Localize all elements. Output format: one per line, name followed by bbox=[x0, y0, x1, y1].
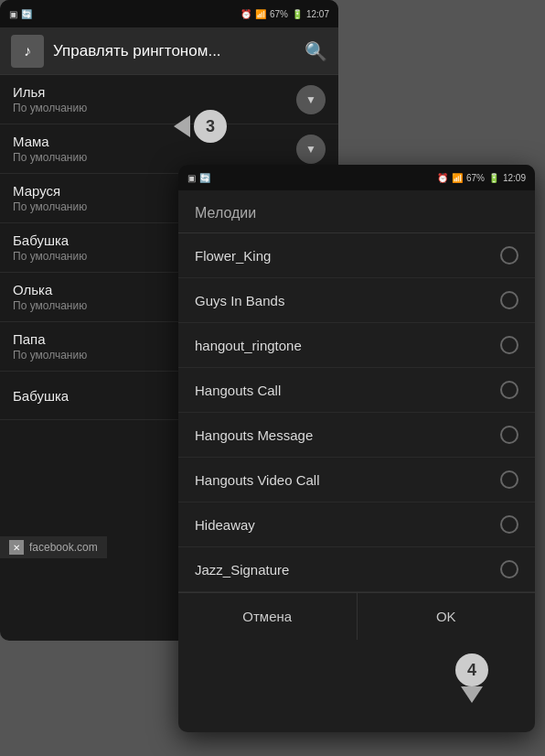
wifi-icon: 📶 bbox=[255, 9, 266, 19]
contact-name-ilya: Илья bbox=[13, 84, 87, 100]
contact-name-mama: Мама bbox=[13, 134, 87, 149]
melody-name-hangouts-message: Hangouts Message bbox=[195, 427, 313, 443]
arrow-left-icon bbox=[174, 115, 190, 137]
melody-item-hideaway[interactable]: Hideaway bbox=[178, 502, 535, 547]
radio-hangout-ringtone[interactable] bbox=[500, 336, 518, 354]
contact-info-papa: Папа По умолчанию bbox=[13, 331, 87, 362]
melody-name-hangouts-video-call: Hangouts Video Call bbox=[195, 472, 319, 488]
contact-sub-marusya: По умолчанию bbox=[13, 200, 87, 213]
dropdown-mama[interactable]: ▼ bbox=[296, 135, 326, 164]
melody-item-hangouts-message[interactable]: Hangouts Message bbox=[178, 413, 535, 458]
music-note-icon: ♪ bbox=[24, 43, 31, 59]
contact-sub-olka: По умолчанию bbox=[13, 299, 87, 312]
melody-list: Flower_King Guys In Bands hangout_ringto… bbox=[178, 233, 535, 592]
radio-jazz-signature[interactable] bbox=[500, 560, 518, 578]
fg-sync-icon: 🔄 bbox=[199, 173, 210, 183]
fg-status-right: ⏰ 📶 67% 🔋 12:09 bbox=[437, 173, 526, 183]
status-bar-fg: ▣ 🔄 ⏰ 📶 67% 🔋 12:09 bbox=[178, 165, 535, 190]
fg-wifi-icon: 📶 bbox=[452, 173, 463, 183]
contact-sub-papa: По умолчанию bbox=[13, 349, 87, 362]
annotation-4: 4 bbox=[455, 653, 488, 703]
dropdown-ilya[interactable]: ▼ bbox=[296, 85, 326, 114]
melody-item-hangout-ringtone[interactable]: hangout_ringtone bbox=[178, 323, 535, 368]
notification-icon: ▣ bbox=[9, 9, 17, 19]
dialog-header: Мелодии bbox=[178, 190, 535, 233]
melody-item-guys-in-bands[interactable]: Guys In Bands bbox=[178, 278, 535, 323]
status-right-icons: ⏰ 📶 67% 🔋 12:07 bbox=[240, 9, 329, 19]
step-number-4: 4 bbox=[455, 653, 488, 686]
arrow-down-icon bbox=[461, 686, 483, 703]
contact-info-babushka1: Бабушка По умолчанию bbox=[13, 232, 87, 263]
contact-name-olka: Олька bbox=[13, 282, 87, 297]
contact-info-marusya: Маруся По умолчанию bbox=[13, 183, 87, 213]
battery-percent: 67% bbox=[270, 9, 288, 19]
melody-item-hangouts-call[interactable]: Hangouts Call bbox=[178, 368, 535, 413]
melody-item-hangouts-video-call[interactable]: Hangouts Video Call bbox=[178, 458, 535, 502]
contact-name-marusya: Маруся bbox=[13, 183, 87, 199]
contact-info-mama: Мама По умолчанию bbox=[13, 134, 87, 164]
radio-hangouts-message[interactable] bbox=[500, 426, 518, 444]
melody-name-guys-in-bands: Guys In Bands bbox=[195, 293, 284, 308]
step-number-3: 3 bbox=[194, 110, 227, 143]
fg-alarm-icon: ⏰ bbox=[437, 173, 448, 183]
ok-button[interactable]: OK bbox=[358, 593, 536, 640]
phone-foreground: ▣ 🔄 ⏰ 📶 67% 🔋 12:09 Мелодии Flower_King … bbox=[178, 165, 535, 732]
fg-time: 12:09 bbox=[503, 173, 526, 183]
dialog-footer: Отмена OK bbox=[178, 592, 535, 640]
melody-item-flower-king[interactable]: Flower_King bbox=[178, 233, 535, 278]
contact-name-babushka2: Бабушка bbox=[13, 388, 69, 404]
fg-notification-icon: ▣ bbox=[187, 173, 196, 183]
annotation-3: 3 bbox=[174, 110, 227, 143]
contact-sub-babushka1: По умолчанию bbox=[13, 250, 87, 263]
contact-sub-mama: По умолчанию bbox=[13, 151, 87, 164]
contact-info-babushka2: Бабушка bbox=[13, 388, 69, 404]
melody-name-hangout-ringtone: hangout_ringtone bbox=[195, 338, 302, 353]
search-button-bg[interactable]: 🔍 bbox=[305, 40, 327, 62]
fg-battery-percent: 67% bbox=[466, 173, 485, 183]
contact-info-ilya: Илья По умолчанию bbox=[13, 84, 87, 114]
radio-hideaway[interactable] bbox=[500, 515, 518, 534]
contact-name-babushka1: Бабушка bbox=[13, 232, 87, 248]
radio-hangouts-video-call[interactable] bbox=[500, 470, 518, 489]
melody-name-jazz-signature: Jazz_Signature bbox=[195, 562, 289, 578]
time-bg: 12:07 bbox=[306, 9, 329, 19]
facebook-bar: ✕ facebook.com bbox=[0, 536, 107, 558]
music-app-icon: ♪ bbox=[11, 35, 44, 68]
app-bar-bg: ♪ Управлять рингтоном... 🔍 bbox=[0, 27, 338, 75]
contact-info-olka: Олька По умолчанию bbox=[13, 282, 87, 312]
fg-battery-icon: 🔋 bbox=[488, 173, 499, 183]
cancel-button[interactable]: Отмена bbox=[178, 593, 358, 640]
contact-item-ilya[interactable]: Илья По умолчанию ▼ bbox=[0, 75, 338, 124]
dialog-title: Мелодии bbox=[195, 205, 256, 221]
radio-guys-in-bands[interactable] bbox=[500, 291, 518, 309]
app-bar-title: Управлять рингтоном... bbox=[53, 42, 295, 60]
melody-name-hangouts-call: Hangouts Call bbox=[195, 383, 281, 398]
facebook-close-button[interactable]: ✕ bbox=[9, 540, 24, 555]
radio-flower-king[interactable] bbox=[500, 246, 518, 265]
alarm-icon: ⏰ bbox=[240, 9, 251, 19]
battery-icon: 🔋 bbox=[292, 9, 303, 19]
status-bar-bg: ▣ 🔄 ⏰ 📶 67% 🔋 12:07 bbox=[0, 0, 338, 27]
contact-name-papa: Папа bbox=[13, 331, 87, 347]
status-left-icons: ▣ 🔄 bbox=[9, 9, 32, 19]
contact-sub-ilya: По умолчанию bbox=[13, 102, 87, 114]
sync-icon: 🔄 bbox=[21, 9, 32, 19]
melody-item-jazz-signature[interactable]: Jazz_Signature bbox=[178, 547, 535, 592]
melody-name-flower-king: Flower_King bbox=[195, 248, 271, 264]
fg-status-left: ▣ 🔄 bbox=[187, 173, 210, 183]
radio-hangouts-call[interactable] bbox=[500, 381, 518, 399]
search-icon: 🔍 bbox=[305, 41, 327, 61]
facebook-url: facebook.com bbox=[29, 541, 98, 554]
melody-name-hideaway: Hideaway bbox=[195, 517, 255, 533]
